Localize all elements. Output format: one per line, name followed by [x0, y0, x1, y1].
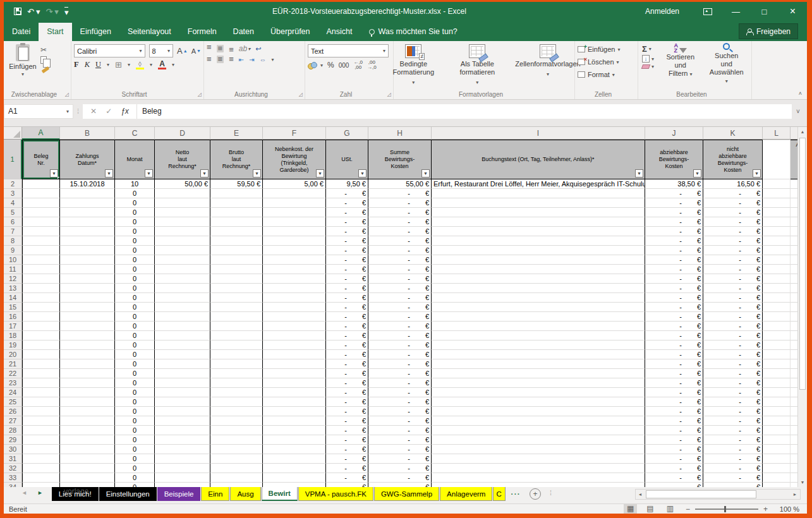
cell-E6[interactable] [210, 217, 263, 227]
cell-H19[interactable]: -€ [368, 340, 432, 350]
format-cells-button[interactable]: Format▾ [578, 68, 635, 81]
row-header-33[interactable]: 33 [4, 473, 22, 483]
cell-H16[interactable]: -€ [368, 312, 432, 322]
cell-J3[interactable]: -€ [645, 189, 703, 198]
cell-F9[interactable] [263, 246, 326, 255]
cell-C25[interactable]: 0 [115, 397, 155, 407]
cell-J22[interactable]: -€ [645, 369, 703, 378]
cell-M4[interactable] [791, 198, 797, 208]
increase-indent-icon[interactable]: ⇥ [249, 56, 254, 63]
cell-C30[interactable]: 0 [115, 445, 155, 454]
row-header-23[interactable]: 23 [4, 378, 22, 388]
cell-A16[interactable] [22, 312, 60, 322]
cell-D8[interactable] [155, 236, 210, 246]
cell-I34[interactable] [432, 483, 645, 487]
cell-A33[interactable] [22, 473, 60, 483]
cell-F28[interactable] [263, 426, 326, 435]
cell-B18[interactable] [60, 331, 115, 340]
row-header-16[interactable]: 16 [4, 312, 22, 322]
fill-color-dropdown-icon[interactable]: ▾ [150, 62, 152, 68]
cell-G6[interactable]: -€ [326, 217, 368, 227]
cell-L34[interactable] [763, 483, 791, 487]
cell-H33[interactable]: -€ [368, 473, 432, 483]
cell-C21[interactable]: 0 [115, 359, 155, 369]
cell-I29[interactable] [432, 435, 645, 445]
cell-G25[interactable]: -€ [326, 397, 368, 407]
sheet-tab-gwg-sammelp[interactable]: GWG-Sammelp [374, 487, 439, 501]
cell-K20[interactable]: -€ [703, 350, 763, 359]
cell-E20[interactable] [210, 350, 263, 359]
enter-entry-icon[interactable]: ✓ [106, 107, 112, 116]
cell-C32[interactable]: 0 [115, 464, 155, 473]
cell-J5[interactable]: -€ [645, 208, 703, 217]
cell-D18[interactable] [155, 331, 210, 340]
cell-L4[interactable] [763, 198, 791, 208]
cell-I11[interactable] [432, 265, 645, 274]
cell-L25[interactable] [763, 397, 791, 407]
cell-M10[interactable] [791, 255, 797, 265]
row-header-28[interactable]: 28 [4, 426, 22, 435]
cell-E19[interactable] [210, 340, 263, 350]
cell-H21[interactable]: -€ [368, 359, 432, 369]
horizontal-scroll-thumb[interactable] [646, 490, 756, 498]
filter-dropdown-icon[interactable]: ▼ [253, 169, 261, 178]
cell-K22[interactable]: -€ [703, 369, 763, 378]
cell-L17[interactable] [763, 322, 791, 331]
cell-D5[interactable] [155, 208, 210, 217]
cell-I28[interactable] [432, 426, 645, 435]
cell-B23[interactable] [60, 378, 115, 388]
cell-J30[interactable]: -€ [645, 445, 703, 454]
cell-H22[interactable]: -€ [368, 369, 432, 378]
decrease-indent-icon[interactable]: ⇤ [239, 56, 244, 63]
sheet-tab-vpma-pausch-fk[interactable]: VPMA - pausch.FK [298, 487, 373, 501]
cell-B26[interactable] [60, 407, 115, 416]
cell-H4[interactable]: -€ [368, 198, 432, 208]
row-header-4[interactable]: 4 [4, 198, 22, 208]
cell-I3[interactable] [432, 189, 645, 198]
cell-E28[interactable] [210, 426, 263, 435]
accounting-format-icon[interactable] [308, 62, 316, 68]
cell-L27[interactable] [763, 416, 791, 426]
cell-C17[interactable]: 0 [115, 322, 155, 331]
cell-E15[interactable] [210, 303, 263, 312]
cell-C3[interactable]: 0 [115, 189, 155, 198]
cell-K23[interactable]: -€ [703, 378, 763, 388]
cell-B29[interactable] [60, 435, 115, 445]
cell-A8[interactable] [22, 236, 60, 246]
cell-C6[interactable]: 0 [115, 217, 155, 227]
name-box[interactable]: A1▾ [4, 104, 73, 119]
cell-K13[interactable]: -€ [703, 284, 763, 293]
cell-A18[interactable] [22, 331, 60, 340]
cell-M28[interactable] [791, 426, 797, 435]
cell-H15[interactable]: -€ [368, 303, 432, 312]
page-layout-view-icon[interactable]: ▤ [643, 504, 657, 514]
row-header-17[interactable]: 17 [4, 322, 22, 331]
cell-M12[interactable] [791, 274, 797, 284]
cell-G11[interactable]: -€ [326, 265, 368, 274]
ribbon-tab-datei[interactable]: Datei [4, 23, 39, 41]
filter-dropdown-icon[interactable]: ▼ [316, 169, 324, 178]
row-header-20[interactable]: 20 [4, 350, 22, 359]
font-color-dropdown-icon[interactable]: ▾ [172, 62, 174, 68]
cell-B5[interactable] [60, 208, 115, 217]
cell-J24[interactable]: -€ [645, 388, 703, 397]
cell-G28[interactable]: -€ [326, 426, 368, 435]
font-name-dropdown-icon[interactable]: ▾ [140, 48, 142, 54]
align-center-icon[interactable]: ≡ [217, 56, 224, 63]
cell-D9[interactable] [155, 246, 210, 255]
cell-I30[interactable] [432, 445, 645, 454]
cell-J11[interactable]: -€ [645, 265, 703, 274]
row-header-11[interactable]: 11 [4, 265, 22, 274]
row-header-32[interactable]: 32 [4, 464, 22, 473]
cell-B28[interactable] [60, 426, 115, 435]
cell-D13[interactable] [155, 284, 210, 293]
cell-B15[interactable] [60, 303, 115, 312]
cell-I22[interactable] [432, 369, 645, 378]
cell-A19[interactable] [22, 340, 60, 350]
cell-C33[interactable]: 0 [115, 473, 155, 483]
cell-K15[interactable]: -€ [703, 303, 763, 312]
cell-D27[interactable] [155, 416, 210, 426]
ribbon-tab-formeln[interactable]: Formeln [179, 23, 225, 41]
new-sheet-button[interactable]: + [530, 488, 541, 500]
cell-J27[interactable]: -€ [645, 416, 703, 426]
